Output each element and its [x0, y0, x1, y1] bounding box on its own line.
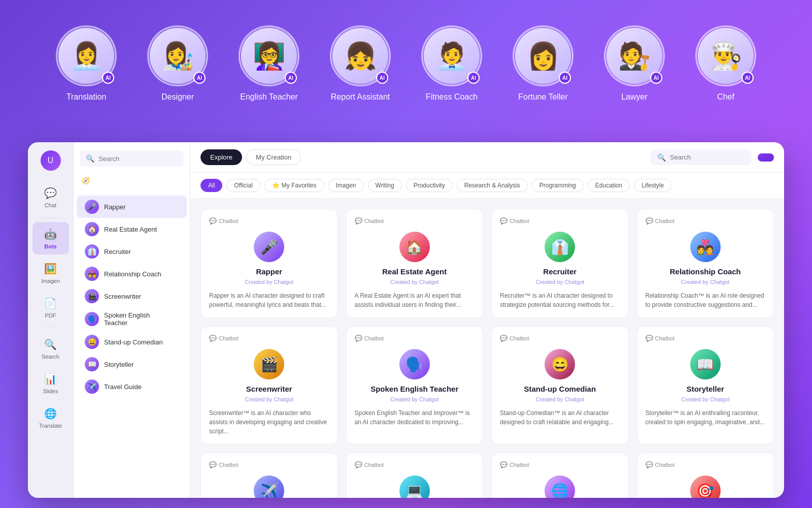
left-search-input[interactable] [98, 155, 178, 163]
bot-card-recruiter[interactable]: 💬 Chatbot 👔 Recruiter Created by Chatgot… [491, 209, 629, 318]
chatbot-text: Chatbot [655, 462, 675, 468]
left-bot-item-spoken-english-teacher[interactable]: 🗣️ Spoken English Teacher ··· [77, 307, 187, 331]
carousel-avatar-translation: 👩‍💼 AI [56, 25, 117, 86]
carousel-item-translation[interactable]: 👩‍💼 AI Translation [56, 25, 117, 102]
ai-badge-lawyer: AI [650, 72, 662, 84]
sidebar-item-slides[interactable]: 📊 Slides [32, 367, 69, 399]
sidebar-item-translate[interactable]: 🌐 Translate [32, 401, 69, 434]
carousel-label-designer: Designer [161, 92, 194, 102]
bot-card-spoken-english-teacher[interactable]: 💬 Chatbot 🗣️ Spoken English Teacher Crea… [346, 326, 484, 444]
filter-label-imagen: Imagen [336, 182, 356, 189]
explore-button[interactable]: 🧭 [74, 173, 190, 188]
sidebar-icon-chat: 💬 [44, 186, 58, 200]
bot-creator-3: Created by Chatgot [681, 279, 729, 285]
filter-label-lifestyle: Lifestyle [641, 182, 664, 189]
filter-tag-all[interactable]: All [200, 179, 222, 192]
carousel-avatar-lawyer: 🧑‍⚖️ AI [604, 25, 665, 86]
bot-name-6: Stand-up Comedian [524, 385, 596, 393]
bot-creator-6: Created by Chatgot [536, 396, 584, 402]
main-search-input[interactable] [670, 153, 745, 161]
filter-tag-official[interactable]: Official [226, 179, 260, 192]
bot-avatar-8: ✈️ [254, 475, 284, 498]
ai-badge-designer: AI [193, 72, 206, 84]
bot-card-relationship-coach[interactable]: 💬 Chatbot 💑 Relationship Coach Created b… [637, 209, 774, 318]
sidebar-label-translate: Translate [39, 423, 62, 429]
bot-desc-5: Spoken English Teacher and Improver™ is … [355, 408, 475, 427]
carousel-item-fitness-coach[interactable]: 🧑‍💼 AI Fitness Coach [421, 25, 482, 102]
carousel-label-fitness-coach: Fitness Coach [426, 92, 478, 102]
filter-label-writing: Writing [376, 182, 394, 189]
left-bot-item-travel-guide[interactable]: ✈️ Travel Guide ··· [77, 375, 187, 398]
filter-tag-research[interactable]: Research & Analysis [457, 179, 528, 192]
tab-my-creation[interactable]: My Creation [246, 149, 301, 165]
left-bot-item-stand-up-comedian[interactable]: 😄 Stand-up Comedian ··· [77, 331, 187, 353]
bot-card-web-design-consultant[interactable]: 💬 Chatbot 🌐 Web Design Consultant Create… [491, 453, 629, 498]
carousel-item-designer[interactable]: 👩‍🎨 AI Designer [147, 25, 208, 102]
left-bot-item-recruiter[interactable]: 👔 Recruiter ··· [77, 240, 187, 263]
chatbot-text: Chatbot [364, 462, 384, 468]
top-bar: ExploreMy Creation 🔍 [190, 142, 784, 173]
left-bot-item-rapper[interactable]: 🎤 Rapper ··· [77, 196, 187, 218]
sidebar-item-imagen[interactable]: 🖼️ Imagen [32, 257, 69, 289]
left-bot-name: Recruiter [104, 248, 166, 256]
left-bot-item-storyteller[interactable]: 📖 Storyteller ··· [77, 353, 187, 375]
sidebar-item-chat[interactable]: 💬 Chat [32, 181, 69, 213]
sidebar-item-pdf[interactable]: 📄 PDF [32, 291, 69, 324]
create-bot-button[interactable] [758, 153, 774, 162]
chatbot-text: Chatbot [219, 462, 239, 468]
filter-tag-my-favorites[interactable]: ⭐My Favorites [264, 179, 324, 192]
bot-card-travel-guide[interactable]: 💬 Chatbot ✈️ Travel Guide Created by Cha… [200, 453, 338, 498]
filter-tag-programming[interactable]: Programming [532, 179, 584, 192]
carousel-item-report-assistant[interactable]: 👧 AI Report Assistant [330, 25, 391, 102]
left-bot-avatar: 📖 [85, 357, 99, 371]
carousel-item-lawyer[interactable]: 🧑‍⚖️ AI Lawyer [604, 25, 665, 102]
filter-tag-writing[interactable]: Writing [368, 179, 402, 192]
bot-avatar-5: 🗣️ [399, 349, 430, 379]
bot-name-3: Relationship Coach [670, 267, 741, 276]
left-bot-item-relationship-coach[interactable]: 💑 Relationship Coach ··· [77, 263, 187, 285]
sidebar-label-bots: Bots [44, 243, 56, 249]
carousel-item-english-teacher[interactable]: 👩‍🏫 AI English Teacher [239, 25, 299, 102]
search-box: 🔍 [650, 150, 752, 165]
left-bot-avatar: 🏠 [85, 222, 99, 236]
chatbot-label: 💬 Chatbot [500, 217, 529, 225]
user-avatar[interactable]: U [41, 150, 61, 171]
bot-creator-4: Created by Chatgot [245, 396, 293, 402]
filter-tag-productivity[interactable]: Productivity [406, 179, 453, 192]
bot-card-stand-up-comedian[interactable]: 💬 Chatbot 😄 Stand-up Comedian Created by… [491, 326, 629, 444]
bot-card-screenwriter[interactable]: 💬 Chatbot 🎬 Screenwriter Created by Chat… [200, 326, 338, 444]
carousel-item-chef[interactable]: 👨‍🍳 AI Chef [695, 25, 756, 102]
chatbot-icon: 💬 [500, 335, 507, 342]
chatbot-text: Chatbot [510, 462, 529, 468]
sidebar-icon-bots: 🤖 [44, 227, 58, 241]
bot-card-ux/ui-developer[interactable]: 💬 Chatbot 💻 UX/UI Developer Created by C… [346, 453, 484, 498]
carousel-item-fortune-teller[interactable]: 👩 AI Fortune Teller [513, 25, 573, 102]
filter-tag-education[interactable]: Education [588, 179, 630, 192]
bot-card-real-estate-agent[interactable]: 💬 Chatbot 🏠 Real Estate Agent Created by… [346, 209, 484, 318]
left-bot-avatar: 😄 [85, 335, 99, 349]
left-bot-item-real-estate-agent[interactable]: 🏠 Real Estate Agent ··· [77, 218, 187, 240]
tab-explore[interactable]: Explore [200, 149, 242, 165]
carousel-label-translation: Translation [66, 92, 107, 102]
left-search-icon: 🔍 [86, 154, 94, 163]
left-bot-name: Relationship Coach [104, 270, 166, 278]
bot-avatar-9: 💻 [399, 475, 430, 498]
chatbot-label: 💬 Chatbot [355, 217, 384, 225]
filter-tag-lifestyle[interactable]: Lifestyle [634, 179, 671, 192]
carousel-label-chef: Chef [717, 92, 734, 102]
chatbot-text: Chatbot [655, 335, 675, 341]
filter-tag-imagen[interactable]: Imagen [328, 179, 364, 192]
chatbot-icon: 💬 [209, 217, 217, 225]
bot-card-rapper[interactable]: 💬 Chatbot 🎤 Rapper Created by Chatgot Ra… [200, 209, 338, 318]
bot-card-position-interviewer[interactable]: 💬 Chatbot 🎯 Position Interviewer Created… [637, 453, 774, 498]
sidebar-item-search[interactable]: 🔍 Search [32, 332, 69, 365]
chatbot-label: 💬 Chatbot [209, 217, 239, 225]
sidebar-icon-translate: 🌐 [44, 406, 58, 421]
left-bot-item-screenwriter[interactable]: 🎬 Screenwriter ··· [77, 285, 187, 307]
sidebar-icon-search: 🔍 [44, 337, 58, 352]
left-bot-name: Stand-up Comedian [104, 338, 166, 346]
sidebar-item-bots[interactable]: 🤖 Bots [32, 222, 69, 255]
chatbot-icon: 💬 [646, 217, 653, 225]
carousel-avatar-report-assistant: 👧 AI [330, 25, 391, 86]
bot-card-storyteller[interactable]: 💬 Chatbot 📖 Storyteller Created by Chatg… [637, 326, 774, 444]
